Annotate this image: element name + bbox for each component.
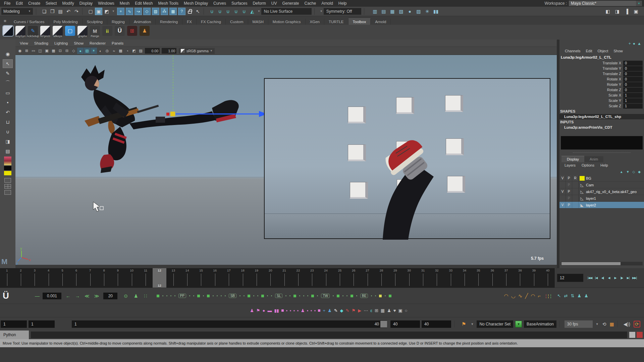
shelf-button[interactable]: KFproS	[39, 26, 51, 38]
track-marker[interactable]	[307, 295, 308, 296]
track-marker[interactable]: PP	[178, 294, 186, 298]
timeline-frame-cell[interactable]: 31	[416, 268, 430, 288]
new-empty-layer-icon[interactable]: ◇	[633, 170, 635, 174]
attribute-value-field[interactable]: 0	[623, 82, 643, 87]
track-marker[interactable]	[389, 295, 391, 297]
character-pink-icon[interactable]: ♟	[250, 308, 254, 313]
track-marker[interactable]	[221, 295, 222, 296]
track-marker[interactable]	[174, 295, 175, 296]
cluster-icon[interactable]: ⁂	[161, 8, 168, 15]
track-marker[interactable]	[157, 295, 159, 297]
shelf-button-icon[interactable]: ♟	[140, 26, 150, 36]
menu-item[interactable]: Surfaces	[229, 1, 250, 6]
play-backwards-button[interactable]: ◀	[606, 274, 612, 282]
snapshot-camera-icon[interactable]: ◨	[3, 137, 13, 146]
exposure-field[interactable]: 0.00	[145, 48, 160, 54]
shelf-button-icon[interactable]: Ü	[115, 26, 125, 36]
field-chart-icon[interactable]: ▦	[50, 48, 57, 54]
timeline-frame-cell[interactable]: 33	[444, 268, 458, 288]
attribute-value-field[interactable]: 0	[623, 61, 643, 66]
timeline-frame-cell[interactable]: 9	[111, 268, 125, 288]
shelf-button[interactable]: Ü	[114, 26, 126, 38]
pause-viewport-icon[interactable]: ▮▮	[432, 8, 440, 15]
menu-item[interactable]: Arnold	[319, 1, 336, 6]
menu-item[interactable]: Select	[43, 1, 59, 6]
select-camera-icon[interactable]: ◉	[17, 48, 23, 54]
timeline-frame-cell[interactable]: 27	[361, 268, 374, 288]
color-swatch-yellow[interactable]	[4, 171, 11, 175]
shelf-tab[interactable]: Rigging	[107, 19, 129, 25]
snap-magnet-icon[interactable]: ∪	[3, 127, 13, 136]
motion-blur-icon[interactable]: ≈	[111, 48, 117, 54]
shelf-button[interactable]: ▢	[64, 26, 76, 38]
move-layer-down-icon[interactable]: ▼	[626, 170, 630, 174]
timeline-frame-cell[interactable]: 19	[250, 268, 263, 288]
silhouette-pink-icon[interactable]: ♟	[301, 308, 305, 313]
toggle-modeling-toolkit-icon[interactable]: ▣	[632, 8, 640, 15]
playblast-icon[interactable]: ▦	[169, 8, 177, 15]
timeline-frame-cell[interactable]: 28	[374, 268, 388, 288]
attribute-label[interactable]: Rotate X	[559, 77, 623, 81]
track-marker[interactable]	[213, 295, 214, 296]
toggle-tool-settings-icon[interactable]: ◧	[604, 8, 611, 15]
layer-name[interactable]: Cam	[585, 183, 594, 187]
chevron-down-icon[interactable]: ▼	[258, 10, 260, 13]
track-marker[interactable]	[207, 295, 210, 297]
live-surface-field[interactable]: No Live Surface	[261, 8, 312, 15]
track-marker[interactable]	[375, 295, 376, 296]
current-frame-field[interactable]: 12	[557, 274, 583, 282]
pencil-red-icon[interactable]: ✎	[346, 308, 350, 313]
walk-cycle-icon[interactable]: ♟	[387, 308, 391, 313]
layer-visibility-toggle[interactable]: V	[559, 175, 566, 181]
anim-layer-toggle-icon[interactable]: ▼	[515, 321, 522, 327]
shelf-button[interactable]: M Range	[89, 26, 101, 38]
select-tool-icon[interactable]: ◉	[3, 50, 13, 58]
chevron-down-icon[interactable]: ▼	[596, 322, 599, 326]
shelf-button[interactable]: KeySyn	[14, 26, 26, 38]
track-marker[interactable]	[311, 295, 314, 297]
move-tool-icon[interactable]: +	[117, 8, 124, 15]
timeline-frame-cell[interactable]: 15	[194, 268, 208, 288]
shelf-tab[interactable]: XGen	[306, 19, 324, 25]
hypershade-sphere-icon[interactable]: ●	[406, 8, 414, 15]
track-marker[interactable]	[257, 295, 258, 296]
track-marker[interactable]	[239, 295, 240, 296]
shelf-button[interactable]: graphx	[76, 26, 89, 38]
render-sequence-icon[interactable]: ▧	[397, 8, 405, 15]
shelf-tab[interactable]: Toolbox	[348, 18, 371, 25]
menu-item[interactable]: Mesh	[117, 1, 132, 6]
shelf-tab[interactable]: MASH	[248, 19, 268, 25]
shelf-tab[interactable]: FX Caching	[197, 19, 226, 25]
script-icon[interactable]: ε	[370, 308, 372, 313]
shelf-button[interactable]: ii	[101, 26, 113, 38]
single-pane-layout-button[interactable]	[4, 178, 11, 183]
display-layer-row[interactable]: V P ◣ layer2	[559, 202, 644, 208]
timeline-frame-cell[interactable]: 7	[83, 268, 97, 288]
timeline-frame-cell[interactable]: 40	[541, 268, 554, 288]
ease-out-curve-icon[interactable]: ◠	[504, 293, 508, 299]
shelf-button[interactable]: ♟	[139, 26, 151, 38]
track-marker[interactable]	[333, 295, 334, 296]
move-axes-icon[interactable]: +	[323, 308, 325, 313]
panel-menu-item[interactable]: View	[17, 41, 31, 45]
timeline-frame-cell[interactable]: 14	[180, 268, 194, 288]
attribute-value-field[interactable]: 1	[623, 98, 643, 103]
swap-arrows-icon[interactable]: ⇄	[564, 293, 568, 298]
track-marker[interactable]	[299, 295, 300, 296]
pink-square-marker[interactable]	[281, 309, 284, 312]
shaded-display-icon[interactable]: ●	[77, 48, 84, 54]
track-marker[interactable]	[203, 295, 204, 296]
timeline-frame-cell[interactable]: 6	[69, 268, 83, 288]
attribute-label[interactable]: Rotate Z	[559, 88, 623, 92]
timeline-frame-cell[interactable]: 26	[347, 268, 361, 288]
panel-menu-item[interactable]: Lighting	[51, 41, 71, 45]
timeline-frame-cell[interactable]: 29	[388, 268, 402, 288]
mute-audio-icon[interactable]: ◀))	[624, 321, 630, 327]
track-marker[interactable]: TW	[321, 294, 330, 298]
track-marker[interactable]: BE	[360, 294, 368, 298]
shelf-tab[interactable]: Curves / Surfaces	[9, 19, 49, 25]
panel-menu-item[interactable]: Shading	[31, 41, 51, 45]
track-marker[interactable]	[170, 295, 171, 296]
input-node-name[interactable]: Luna3p:armorPrimVis_CDT	[559, 125, 644, 130]
panel-menu-item[interactable]: Renderer	[87, 41, 109, 45]
